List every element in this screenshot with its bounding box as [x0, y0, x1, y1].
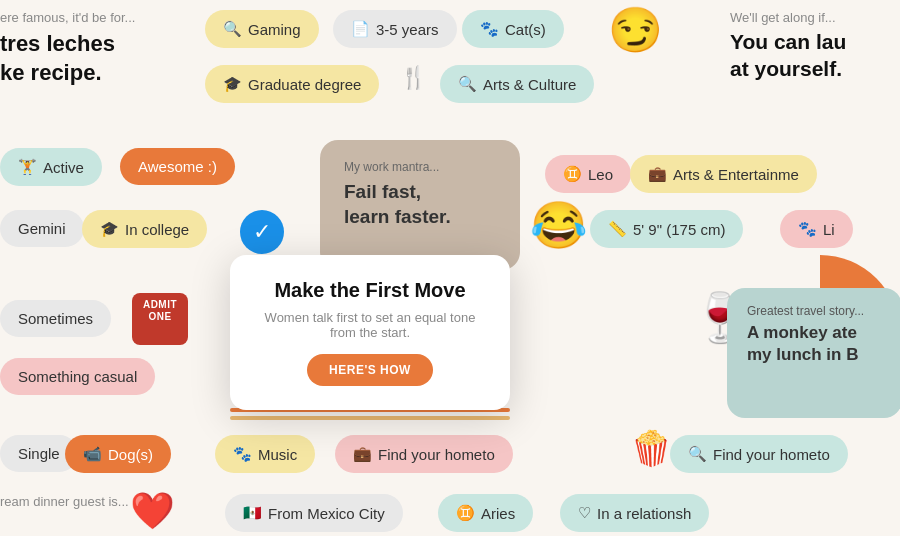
popcorn-emoji: 🍿	[630, 428, 672, 468]
dogs-icon: 🐾	[233, 445, 252, 463]
music-icon: 💼	[353, 445, 372, 463]
video-icon: 📹	[83, 445, 102, 463]
admit-ticket: ADMITONE	[132, 293, 188, 345]
ruler-icon: 📏	[608, 220, 627, 238]
find-hometown-pill: 🔍 Find your hometo	[670, 435, 848, 473]
heres-how-button[interactable]: HERE'S HOW	[307, 354, 433, 386]
leo-pill: ♊ Leo	[545, 155, 631, 193]
in-college-pill: 🎓 In college	[82, 210, 207, 248]
dinner-label: ream dinner guest is...	[0, 494, 129, 509]
graduate-icon: 🎓	[223, 75, 242, 93]
years-pill: 📄 3-5 years	[333, 10, 457, 48]
briefcase-icon: 💼	[648, 165, 667, 183]
pets-icon: 🐾	[480, 20, 499, 38]
heart-emoji: ❤️	[130, 490, 175, 532]
aries-icon: ♊	[456, 504, 475, 522]
active-pill: 🏋 Active	[0, 148, 102, 186]
lib-icon: 🐾	[798, 220, 817, 238]
modal-title: Make the First Move	[274, 279, 465, 302]
lib-pill: 🐾 Li	[780, 210, 853, 248]
college-icon: 🎓	[100, 220, 119, 238]
travel-label: Greatest travel story...	[747, 304, 882, 318]
graduate-pill: 🎓 Graduate degree	[205, 65, 379, 103]
get-along-text: You can lauat yourself.	[730, 28, 846, 83]
sometimes-pill: Sometimes	[0, 300, 111, 337]
arts-entertainment-pill: 💼 Arts & Entertainme	[630, 155, 817, 193]
dogs-pill: 🐾 Music	[215, 435, 315, 473]
smirk-emoji: 😏	[608, 4, 663, 56]
music-pill: 💼 Find your hometo	[335, 435, 513, 473]
famous-text: tres lecheske recipe.	[0, 30, 115, 87]
active-icon: 🏋	[18, 158, 37, 176]
from-mexico-pill: 🇲🇽 From Mexico City	[225, 494, 403, 532]
virtual-dating-pill: 📹 Dog(s)	[65, 435, 171, 473]
mantra-card: My work mantra... Fail fast,learn faster…	[320, 140, 520, 270]
gemini-pill: Gemini	[0, 210, 84, 247]
arts-icon: 🔍	[458, 75, 477, 93]
height-pill: 📏 5' 9" (175 cm)	[590, 210, 743, 248]
doc-icon: 📄	[351, 20, 370, 38]
cats-pill: 🐾 Cat(s)	[462, 10, 564, 48]
progress-bar-2	[230, 416, 510, 420]
modal-subtitle: Women talk first to set an equal tone fr…	[250, 310, 490, 340]
mantra-text: Fail fast,learn faster.	[344, 180, 496, 229]
travel-card: Greatest travel story... A monkey atemy …	[727, 288, 900, 418]
awesome-pill: Awesome :)	[120, 148, 235, 185]
something-casual-pill: Something casual	[0, 358, 155, 395]
checkmark-badge: ✓	[240, 210, 284, 254]
leo-icon: ♊	[563, 165, 582, 183]
heart-icon: ♡	[578, 504, 591, 522]
first-move-modal: Make the First Move Women talk first to …	[230, 255, 510, 410]
arts-culture-pill: 🔍 Arts & Culture	[440, 65, 594, 103]
mexico-flag-icon: 🇲🇽	[243, 504, 262, 522]
laugh-emoji: 😂	[530, 198, 587, 252]
utensils-icon: 🍴	[400, 65, 427, 91]
mantra-label: My work mantra...	[344, 160, 496, 174]
in-relationship-pill: ♡ In a relationsh	[560, 494, 709, 532]
search2-icon: 🔍	[688, 445, 707, 463]
aries-pill: ♊ Aries	[438, 494, 533, 532]
travel-text: A monkey atemy lunch in B	[747, 322, 882, 366]
famous-label: ere famous, it'd be for...	[0, 10, 135, 25]
get-along-label: We'll get along if...	[730, 10, 836, 25]
search-icon: 🔍	[223, 20, 242, 38]
gaming-pill: 🔍 Gaming	[205, 10, 319, 48]
